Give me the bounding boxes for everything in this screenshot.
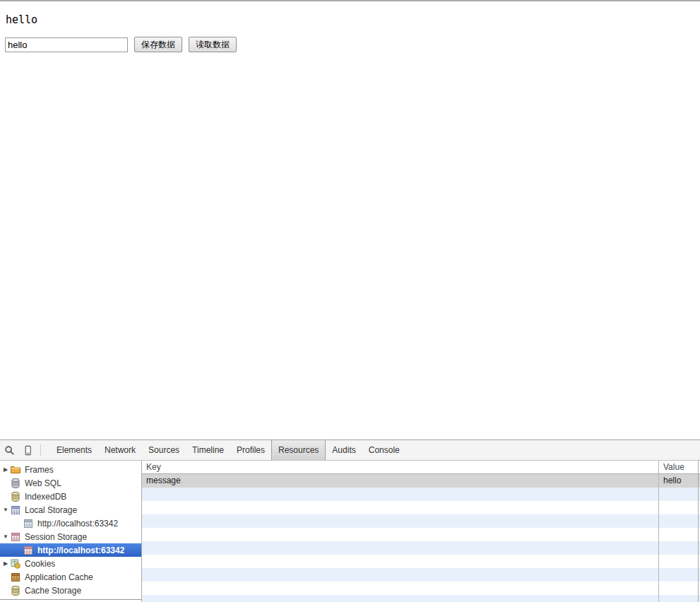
tab-elements[interactable]: Elements — [50, 440, 98, 460]
search-icon[interactable] — [0, 440, 18, 460]
table-pink-icon — [10, 531, 21, 543]
sidebar-bottom-divider — [0, 599, 141, 600]
page-controls: 保存数据 读取数据 — [5, 37, 237, 52]
cell-key[interactable] — [142, 555, 659, 568]
cell-key[interactable]: message — [142, 474, 659, 488]
sidebar-item-local-storage[interactable]: ▼Local Storage — [0, 503, 141, 517]
tab-sources[interactable]: Sources — [142, 440, 186, 460]
sidebar-item-application-cache[interactable]: Application Cache — [0, 570, 141, 584]
empty-row[interactable] — [142, 595, 700, 602]
cell-key[interactable] — [142, 582, 659, 595]
tab-profiles[interactable]: Profiles — [230, 440, 271, 460]
table-orange-icon — [10, 572, 21, 583]
cell-value[interactable]: hello — [659, 474, 700, 488]
tab-network[interactable]: Network — [98, 440, 142, 460]
devtools-toolbar: ElementsNetworkSourcesTimelineProfilesRe… — [0, 440, 700, 461]
sidebar-item-http-localhost-63342[interactable]: http://localhost:63342 — [0, 543, 141, 557]
grid-right-divider — [698, 461, 699, 602]
cell-key[interactable] — [142, 514, 659, 528]
chevron-right-icon[interactable]: ▶ — [1, 557, 10, 570]
device-mode-icon[interactable] — [18, 440, 37, 460]
column-header-value[interactable]: Value — [659, 461, 700, 473]
cell-value[interactable] — [659, 595, 700, 602]
chevron-down-icon[interactable]: ▼ — [1, 503, 10, 517]
cell-value[interactable] — [659, 501, 700, 514]
cell-key[interactable] — [142, 595, 659, 602]
sidebar-item-label: Local Storage — [25, 505, 77, 515]
sidebar-item-indexeddb[interactable]: IndexedDB — [0, 490, 141, 503]
sidebar-item-label: http://localhost:63342 — [37, 545, 124, 555]
tab-resources[interactable]: Resources — [271, 440, 326, 460]
devtools-content: ▶FramesWeb SQLIndexedDB▼Local Storagehtt… — [0, 461, 700, 602]
resources-sidebar: ▶FramesWeb SQLIndexedDB▼Local Storagehtt… — [0, 461, 142, 602]
cell-value[interactable] — [659, 568, 700, 582]
toolbar-separator — [40, 444, 41, 456]
empty-row[interactable] — [142, 555, 700, 568]
empty-row[interactable] — [142, 568, 700, 582]
sidebar-item-label: Session Storage — [25, 532, 87, 542]
empty-row[interactable] — [142, 488, 700, 501]
table-blue-icon — [10, 504, 21, 516]
sidebar-item-label: Cookies — [25, 559, 55, 569]
sidebar-item-frames[interactable]: ▶Frames — [0, 463, 141, 476]
database-yellow-icon — [10, 491, 21, 502]
tab-audits[interactable]: Audits — [326, 440, 362, 460]
empty-row[interactable] — [142, 528, 700, 541]
cell-value[interactable] — [659, 582, 700, 595]
cell-value[interactable] — [659, 514, 700, 528]
cell-key[interactable] — [142, 528, 659, 541]
read-data-button[interactable]: 读取数据 — [189, 37, 237, 52]
sidebar-item-label: Frames — [25, 465, 54, 475]
chevron-right-icon[interactable]: ▶ — [1, 463, 10, 476]
save-data-button[interactable]: 保存数据 — [134, 37, 182, 52]
cell-key[interactable] — [142, 541, 659, 555]
sidebar-item-label: Application Cache — [25, 572, 93, 582]
grid-header: Key Value — [142, 461, 700, 474]
table-plain-icon — [23, 518, 34, 529]
cell-key[interactable] — [142, 568, 659, 582]
devtools-panel: ElementsNetworkSourcesTimelineProfilesRe… — [0, 439, 700, 602]
sidebar-item-label: http://localhost:63342 — [37, 519, 118, 529]
empty-row[interactable] — [142, 514, 700, 528]
sidebar-item-cache-storage[interactable]: Cache Storage — [0, 584, 141, 597]
cookies-icon — [10, 558, 21, 569]
chevron-down-icon[interactable]: ▼ — [1, 530, 10, 543]
cell-key[interactable] — [142, 501, 659, 514]
sidebar-item-http-localhost-63342[interactable]: http://localhost:63342 — [0, 517, 141, 530]
table-pink-icon — [23, 545, 34, 556]
message-input[interactable] — [5, 37, 128, 52]
web-page: hello 保存数据 读取数据 — [0, 1, 700, 439]
cell-value[interactable] — [659, 555, 700, 568]
devtools-tabs: ElementsNetworkSourcesTimelineProfilesRe… — [50, 440, 406, 460]
tab-timeline[interactable]: Timeline — [186, 440, 230, 460]
sidebar-item-session-storage[interactable]: ▼Session Storage — [0, 530, 141, 543]
sidebar-item-web-sql[interactable]: Web SQL — [0, 476, 141, 490]
database-gray-icon — [10, 478, 21, 489]
sidebar-item-cookies[interactable]: ▶Cookies — [0, 557, 141, 570]
empty-row[interactable] — [142, 541, 700, 555]
page-text: hello — [6, 13, 700, 26]
empty-row[interactable] — [142, 501, 700, 514]
cell-key[interactable] — [142, 488, 659, 501]
column-header-key[interactable]: Key — [142, 461, 659, 473]
sidebar-item-label: IndexedDB — [25, 492, 66, 502]
cell-value[interactable] — [659, 488, 700, 501]
database-yellow-icon — [10, 585, 21, 596]
cell-value[interactable] — [659, 528, 700, 541]
sidebar-item-label: Web SQL — [25, 478, 61, 488]
sidebar-item-label: Cache Storage — [25, 586, 81, 596]
cell-value[interactable] — [659, 541, 700, 555]
tab-console[interactable]: Console — [362, 440, 406, 460]
storage-row[interactable]: messagehello — [142, 474, 700, 488]
empty-row[interactable] — [142, 582, 700, 595]
folder-icon — [10, 464, 21, 476]
storage-items-grid: Key Value messagehello — [142, 461, 700, 602]
